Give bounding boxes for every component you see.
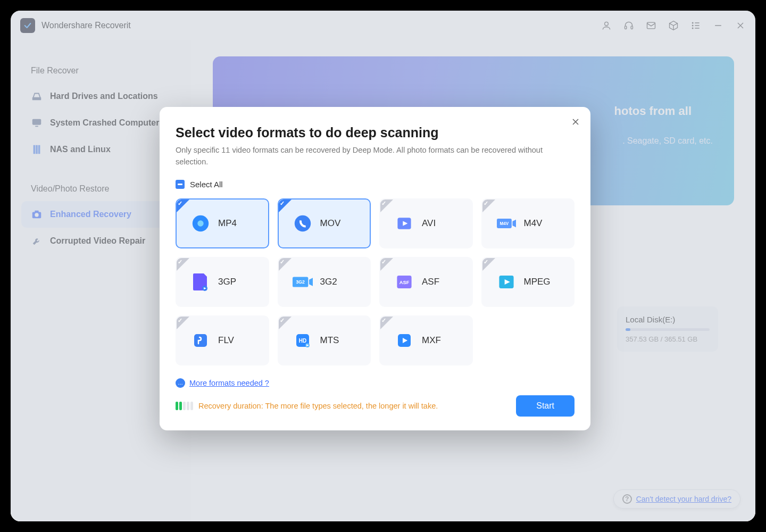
- format-card-mov[interactable]: MOV: [278, 198, 371, 248]
- mp4-icon: [190, 213, 211, 234]
- format-label: 3GP: [218, 277, 236, 287]
- more-formats-text[interactable]: More formats needed ?: [189, 379, 269, 387]
- svg-marker-36: [309, 278, 313, 286]
- format-card-mts[interactable]: HDMTS: [278, 315, 371, 365]
- format-card-asf[interactable]: ASFASF: [379, 257, 473, 307]
- mpeg-icon: [496, 272, 517, 292]
- svg-text:3G2: 3G2: [296, 279, 305, 285]
- app-window: Wondershare Recoverit File Recover Hard …: [11, 11, 755, 521]
- format-card-avi[interactable]: AVI: [379, 198, 473, 248]
- select-all-label: Select All: [190, 180, 223, 189]
- format-label: MPEG: [524, 277, 551, 287]
- 3g2-icon: 3G2: [293, 272, 313, 292]
- format-card-3g2[interactable]: 3G23G2: [278, 257, 371, 307]
- mov-icon: [293, 213, 313, 234]
- check-corner-icon: [482, 200, 495, 212]
- format-card-mp4[interactable]: MP4: [176, 198, 269, 248]
- warning-message: Recovery duration: The more file types s…: [176, 402, 438, 410]
- format-label: MXF: [422, 335, 441, 346]
- format-label: MOV: [320, 218, 341, 229]
- format-label: MTS: [320, 335, 339, 346]
- svg-marker-31: [512, 219, 516, 227]
- format-label: FLV: [218, 335, 234, 346]
- check-corner-icon: [380, 200, 393, 212]
- format-card-mxf[interactable]: MXF: [379, 315, 473, 365]
- modal-title: Select video formats to do deep scanning: [176, 125, 574, 140]
- check-corner-icon: [380, 317, 393, 329]
- format-grid: MP4MOVAVIM4VM4V3GP3G23G2ASFASFMPEGFLVHDM…: [176, 198, 574, 365]
- modal-subtitle: Only specific 11 video formats can be re…: [176, 145, 574, 168]
- svg-point-26: [294, 215, 310, 231]
- avi-icon: [394, 213, 414, 234]
- svg-point-25: [197, 220, 203, 226]
- asf-icon: ASF: [394, 272, 414, 292]
- svg-text:ASF: ASF: [399, 280, 410, 285]
- format-card-m4v[interactable]: M4VM4V: [481, 198, 575, 248]
- modal-close-icon[interactable]: [570, 117, 581, 129]
- format-card-3gp[interactable]: 3GP: [176, 257, 269, 307]
- more-formats-link[interactable]: More formats needed ?: [176, 378, 574, 388]
- 3gp-icon: [190, 272, 211, 292]
- check-corner-icon: [380, 258, 393, 271]
- mts-icon: HD: [293, 330, 313, 351]
- svg-text:HD: HD: [298, 338, 306, 344]
- mxf-icon: [394, 330, 414, 351]
- format-label: AVI: [422, 218, 436, 229]
- check-corner-icon: [177, 317, 189, 329]
- select-all-checkbox[interactable]: Select All: [176, 180, 574, 189]
- m4v-icon: M4V: [496, 213, 517, 234]
- format-modal: Select video formats to do deep scanning…: [160, 107, 590, 430]
- check-corner-icon: [279, 258, 292, 271]
- format-card-mpeg[interactable]: MPEG: [481, 257, 575, 307]
- flv-icon: [190, 330, 211, 351]
- chat-icon: [176, 378, 185, 388]
- warning-text: Recovery duration: The more file types s…: [198, 402, 438, 410]
- format-label: M4V: [524, 218, 543, 229]
- check-corner-icon: [279, 200, 292, 212]
- check-corner-icon: [177, 258, 189, 271]
- start-button[interactable]: Start: [516, 395, 574, 417]
- format-card-flv[interactable]: FLV: [176, 315, 269, 365]
- checkbox-indeterminate-icon: [176, 180, 185, 189]
- check-corner-icon: [482, 258, 495, 271]
- check-corner-icon: [279, 317, 292, 329]
- format-label: ASF: [422, 277, 439, 287]
- check-corner-icon: [177, 200, 189, 212]
- format-label: MP4: [218, 218, 237, 229]
- modal-overlay: Select video formats to do deep scanning…: [11, 11, 755, 521]
- svg-text:M4V: M4V: [499, 221, 509, 226]
- format-label: 3G2: [320, 277, 337, 287]
- duration-bars-icon: [176, 402, 193, 410]
